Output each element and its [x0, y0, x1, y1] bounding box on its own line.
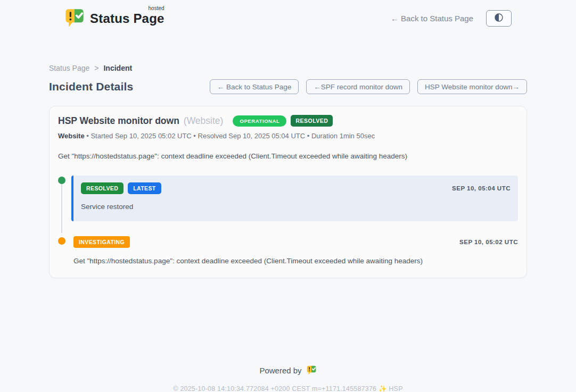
breadcrumb-incident: Incident: [103, 64, 132, 72]
breadcrumb-status-page[interactable]: Status Page: [49, 64, 89, 72]
timeline-dot-green: [58, 177, 65, 184]
incident-card: HSP Website monitor down (Website) OPERA…: [49, 106, 527, 278]
copyright-text: © 2025-10-08 14:10:34.772084 +0200 CEST …: [49, 385, 527, 392]
incident-nav-buttons: ← Back to Status Page ←SPF record monito…: [210, 79, 527, 94]
incident-title-row: HSP Website monitor down (Website) OPERA…: [58, 115, 518, 127]
incident-meta-times: • Started Sep 10, 2025 05:02 UTC • Resol…: [86, 132, 375, 140]
page-title: Incident Details: [49, 80, 133, 93]
timeline-badges: INVESTIGATING: [73, 236, 130, 248]
footer: Powered by © 2025-10-08 14:10:34.772084 …: [49, 365, 527, 392]
page-container: Status Page hosted ← Back to Status Page…: [49, 0, 527, 392]
operational-badge: OPERATIONAL: [233, 115, 286, 127]
prev-incident-button[interactable]: ←SPF record monitor down: [306, 79, 410, 94]
header: Status Page hosted ← Back to Status Page: [49, 0, 527, 29]
timeline-entry-investigating: INVESTIGATING SEP 10, 05:02 UTC Get "htt…: [58, 236, 518, 265]
resolved-status-badge: RESOLVED: [291, 115, 333, 127]
brand-text-wrap: Status Page hosted: [90, 7, 164, 26]
brand-name: Status Page: [90, 11, 164, 26]
timeline-entry-body: INVESTIGATING SEP 10, 05:02 UTC Get "htt…: [71, 236, 518, 265]
timeline-message: Get "https://hostedstatus.page": context…: [73, 257, 518, 265]
theme-toggle-button[interactable]: [486, 10, 512, 27]
incident-component: (Website): [184, 115, 224, 127]
contrast-icon: [493, 12, 504, 24]
latest-badge: LATEST: [128, 182, 161, 194]
timeline-plain-box: INVESTIGATING SEP 10, 05:02 UTC Get "htt…: [71, 236, 518, 265]
incident-description: Get "https://hostedstatus.page": context…: [58, 152, 518, 160]
brand-logo[interactable]: Status Page hosted: [64, 7, 164, 29]
timeline-entry-head: RESOLVED LATEST SEP 10, 05:04 UTC: [81, 182, 511, 194]
timeline-timestamp: SEP 10, 05:02 UTC: [459, 239, 518, 245]
incident-meta: Website • Started Sep 10, 2025 05:02 UTC…: [58, 132, 518, 140]
timeline-dot-orange: [58, 237, 65, 245]
statuspage-logo-icon-small: [306, 365, 317, 376]
timeline-timestamp: SEP 10, 05:04 UTC: [452, 185, 511, 191]
brand-hosted-label: hosted: [149, 5, 164, 11]
timeline-badges: RESOLVED LATEST: [81, 182, 161, 194]
resolved-badge: RESOLVED: [81, 182, 124, 194]
timeline-message: Service restored: [81, 203, 511, 211]
heading-row: Incident Details ← Back to Status Page ←…: [49, 79, 527, 94]
timeline-highlight-box: RESOLVED LATEST SEP 10, 05:04 UTC Servic…: [71, 176, 518, 221]
investigating-badge: INVESTIGATING: [73, 236, 130, 248]
statuspage-logo-icon: [64, 7, 85, 29]
timeline-entry-head: INVESTIGATING SEP 10, 05:02 UTC: [73, 236, 518, 248]
breadcrumb: Status Page > Incident: [49, 64, 527, 72]
incident-timeline: RESOLVED LATEST SEP 10, 05:04 UTC Servic…: [58, 176, 518, 265]
incident-meta-component: Website: [58, 132, 85, 140]
powered-by-label: Powered by: [259, 366, 301, 375]
next-incident-button[interactable]: HSP Website monitor down→: [417, 79, 527, 94]
powered-by-link[interactable]: Powered by: [49, 365, 527, 376]
timeline-entry-body: RESOLVED LATEST SEP 10, 05:04 UTC Servic…: [71, 176, 518, 221]
back-to-status-page-button[interactable]: ← Back to Status Page: [210, 79, 299, 94]
breadcrumb-separator: >: [94, 64, 98, 72]
incident-title: HSP Website monitor down: [58, 115, 179, 127]
timeline-entry-resolved: RESOLVED LATEST SEP 10, 05:04 UTC Servic…: [58, 176, 518, 221]
header-back-link[interactable]: ← Back to Status Page: [391, 14, 473, 23]
header-right: ← Back to Status Page: [391, 10, 512, 27]
